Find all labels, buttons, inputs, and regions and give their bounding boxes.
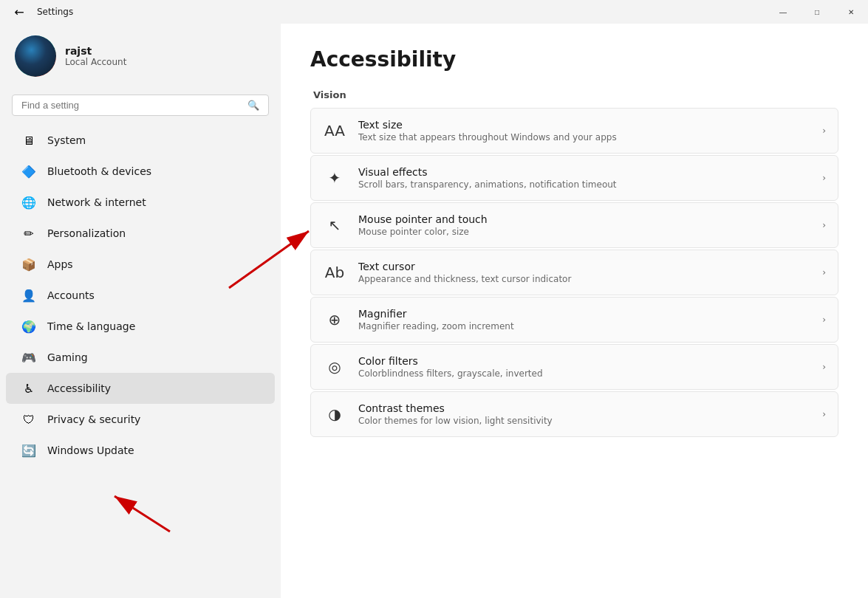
mouse-pointer-text: Mouse pointer and touchMouse pointer col…	[358, 213, 810, 237]
settings-item-color-filters[interactable]: ◎Color filtersColorblindness filters, gr…	[310, 344, 838, 390]
mouse-pointer-title: Mouse pointer and touch	[358, 213, 810, 225]
text-size-description: Text size that appears throughout Window…	[358, 132, 810, 142]
sidebar-label-personalization: Personalization	[47, 227, 126, 239]
avatar	[15, 35, 56, 77]
mouse-pointer-chevron-icon: ›	[822, 220, 826, 230]
settings-item-contrast-themes[interactable]: ◑Contrast themesColor themes for low vis…	[310, 391, 838, 437]
titlebar-title: Settings	[37, 7, 73, 17]
settings-item-text-cursor[interactable]: AbText cursorAppearance and thickness, t…	[310, 250, 838, 295]
privacy-icon: 🛡	[21, 411, 37, 427]
back-icon: ←	[14, 5, 24, 19]
apps-icon: 📦	[21, 256, 37, 272]
sidebar-label-time: Time & language	[47, 320, 135, 332]
text-cursor-description: Appearance and thickness, text cursor in…	[358, 274, 810, 284]
sidebar-label-gaming: Gaming	[47, 351, 88, 363]
network-icon: 🌐	[21, 194, 37, 210]
search-input[interactable]	[21, 100, 242, 111]
sidebar-item-bluetooth[interactable]: 🔷Bluetooth & devices	[6, 156, 275, 187]
visual-effects-icon: ✦	[323, 166, 346, 190]
contrast-themes-description: Color themes for low vision, light sensi…	[358, 416, 810, 426]
sidebar-item-update[interactable]: 🔄Windows Update	[6, 435, 275, 466]
maximize-button[interactable]: □	[800, 0, 834, 24]
user-type: Local Account	[65, 57, 126, 67]
accessibility-icon: ♿	[21, 380, 37, 396]
sidebar-item-accessibility[interactable]: ♿Accessibility	[6, 373, 275, 404]
accounts-icon: 👤	[21, 287, 37, 303]
sidebar-item-network[interactable]: 🌐Network & internet	[6, 187, 275, 218]
contrast-themes-text: Contrast themesColor themes for low visi…	[358, 402, 810, 426]
contrast-themes-icon: ◑	[323, 402, 346, 426]
magnifier-chevron-icon: ›	[822, 315, 826, 325]
mouse-pointer-icon: ↖	[323, 213, 346, 237]
sidebar-item-time[interactable]: 🌍Time & language	[6, 311, 275, 342]
color-filters-text: Color filtersColorblindness filters, gra…	[358, 355, 810, 379]
sidebar-label-privacy: Privacy & security	[47, 413, 140, 425]
text-size-chevron-icon: ›	[822, 126, 826, 136]
titlebar: ← Settings — □ ✕	[0, 0, 868, 24]
sidebar-item-accounts[interactable]: 👤Accounts	[6, 280, 275, 311]
titlebar-left: ← Settings	[9, 1, 73, 22]
text-size-icon: AA	[323, 119, 346, 142]
sidebar-item-apps[interactable]: 📦Apps	[6, 249, 275, 280]
minimize-button[interactable]: —	[766, 0, 800, 24]
system-icon: 🖥	[21, 132, 37, 148]
settings-list: AAText sizeText size that appears throug…	[310, 108, 838, 437]
visual-effects-text: Visual effectsScroll bars, transparency,…	[358, 166, 810, 190]
sidebar-item-privacy[interactable]: 🛡Privacy & security	[6, 404, 275, 435]
sidebar-label-accounts: Accounts	[47, 289, 95, 301]
user-info: rajst Local Account	[65, 45, 126, 67]
visual-effects-title: Visual effects	[358, 166, 810, 178]
nav: 🖥System🔷Bluetooth & devices🌐Network & in…	[0, 125, 281, 466]
contrast-themes-title: Contrast themes	[358, 402, 810, 414]
update-icon: 🔄	[21, 442, 37, 458]
search-box[interactable]: 🔍	[12, 94, 269, 116]
time-icon: 🌍	[21, 318, 37, 334]
settings-item-visual-effects[interactable]: ✦Visual effectsScroll bars, transparency…	[310, 155, 838, 201]
gaming-icon: 🎮	[21, 349, 37, 365]
text-cursor-icon: Ab	[323, 261, 346, 284]
visual-effects-description: Scroll bars, transparency, animations, n…	[358, 179, 810, 190]
sidebar-label-accessibility: Accessibility	[47, 382, 111, 394]
search-icon: 🔍	[247, 100, 259, 111]
personalization-icon: ✏️	[21, 225, 37, 241]
page-title: Accessibility	[310, 47, 838, 72]
settings-item-text-size[interactable]: AAText sizeText size that appears throug…	[310, 108, 838, 154]
color-filters-description: Colorblindness filters, grayscale, inver…	[358, 368, 810, 379]
magnifier-title: Magnifier	[358, 308, 810, 320]
text-size-title: Text size	[358, 119, 810, 131]
sidebar-item-system[interactable]: 🖥System	[6, 125, 275, 156]
app-body: rajst Local Account 🔍 🖥System🔷Bluetooth …	[0, 24, 868, 598]
back-button[interactable]: ←	[9, 1, 30, 22]
text-cursor-text: Text cursorAppearance and thickness, tex…	[358, 261, 810, 284]
settings-item-mouse-pointer[interactable]: ↖Mouse pointer and touchMouse pointer co…	[310, 202, 838, 248]
text-cursor-title: Text cursor	[358, 261, 810, 272]
sidebar-item-personalization[interactable]: ✏️Personalization	[6, 218, 275, 249]
section-label: Vision	[310, 89, 838, 100]
user-name: rajst	[65, 45, 126, 57]
sidebar-label-bluetooth: Bluetooth & devices	[47, 165, 151, 177]
text-cursor-chevron-icon: ›	[822, 267, 826, 278]
magnifier-text: MagnifierMagnifier reading, zoom increme…	[358, 308, 810, 331]
color-filters-title: Color filters	[358, 355, 810, 367]
close-button[interactable]: ✕	[834, 0, 868, 24]
sidebar: rajst Local Account 🔍 🖥System🔷Bluetooth …	[0, 24, 281, 598]
color-filters-chevron-icon: ›	[822, 362, 826, 372]
user-profile[interactable]: rajst Local Account	[0, 24, 281, 89]
contrast-themes-chevron-icon: ›	[822, 409, 826, 419]
mouse-pointer-description: Mouse pointer color, size	[358, 227, 810, 237]
visual-effects-chevron-icon: ›	[822, 173, 826, 183]
search-container: 🔍	[0, 89, 281, 125]
sidebar-label-system: System	[47, 134, 86, 146]
magnifier-description: Magnifier reading, zoom increment	[358, 321, 810, 331]
titlebar-controls: — □ ✕	[766, 0, 868, 24]
text-size-text: Text sizeText size that appears througho…	[358, 119, 810, 142]
content-area: Accessibility Vision AAText sizeText siz…	[281, 24, 868, 598]
color-filters-icon: ◎	[323, 355, 346, 379]
settings-item-magnifier[interactable]: ⊕MagnifierMagnifier reading, zoom increm…	[310, 297, 838, 343]
avatar-image	[15, 35, 56, 77]
sidebar-label-update: Windows Update	[47, 444, 134, 456]
magnifier-icon: ⊕	[323, 308, 346, 331]
sidebar-label-network: Network & internet	[47, 196, 146, 208]
sidebar-label-apps: Apps	[47, 258, 73, 270]
sidebar-item-gaming[interactable]: 🎮Gaming	[6, 342, 275, 373]
